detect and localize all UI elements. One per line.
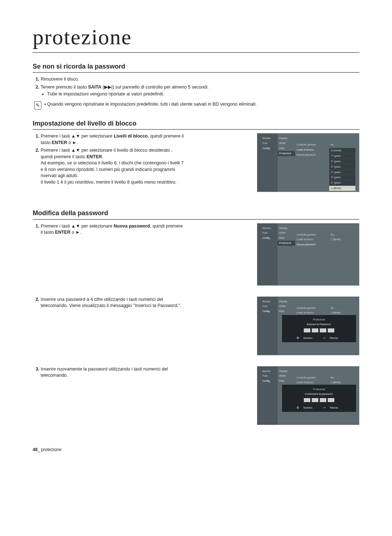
forgot-step-1: Rimuovere il disco. bbox=[41, 76, 359, 83]
screenshot-new-password: Musica Foto Config. Display HDMI Rete Pr… bbox=[257, 223, 359, 286]
screenshot-confirm-password: Musica Foto Config. Display HDMI Rete Co… bbox=[257, 366, 359, 425]
lock-step-1: Premere i tasti ▲▼ per selezionare Livel… bbox=[41, 133, 185, 146]
screenshot-lock-level: Musica Foto Config. Display HDMI Rete Pr… bbox=[257, 133, 359, 192]
pwd-step-1: Premere i tasti ▲▼ per selezionare Nuova… bbox=[41, 223, 185, 236]
forgot-step-2: Tenere premuto il tasto SAITA (▶▶|) sul … bbox=[41, 84, 359, 98]
heading-change-password: Modifica della password bbox=[33, 209, 359, 219]
pwd-step-3: Inserire nuovamente la password utilizza… bbox=[41, 366, 185, 379]
lock-level-dropdown: 8 (Adulti) 7° grado 6° grado 5° grado 4°… bbox=[329, 148, 355, 191]
forgot-step-2-bullet: Tutte le impostazioni vengono riportate … bbox=[47, 91, 359, 98]
note-icon: ✎ bbox=[34, 101, 41, 110]
note-row: ✎ ▪ Quando vengono ripristinate le impos… bbox=[34, 101, 359, 110]
screenshot-enter-password: Musica Foto Config. Display HDMI Rete Co… bbox=[257, 296, 359, 355]
heading-lock-level: Impostazione del livello di blocco bbox=[33, 119, 359, 130]
password-dialog-confirm: Protezione Confermare la password. ⦿ Num… bbox=[282, 385, 356, 412]
forgot-steps: Rimuovere il disco. Tenere premuto il ta… bbox=[33, 76, 359, 98]
password-dialog-enter: Protezione Inserisci la Password. ⦿ Nume… bbox=[282, 315, 356, 342]
heading-forgot-password: Se non si ricorda la password bbox=[33, 62, 359, 73]
pwd-step-2: Inserire una password a 4 cifre utilizza… bbox=[41, 296, 185, 309]
page-footer: 48_ protezione bbox=[33, 447, 359, 453]
note-text: Quando vengono ripristinate le impostazi… bbox=[47, 102, 257, 107]
lock-step-2: Premere i tasti ▲▼ per selezionare il li… bbox=[41, 147, 185, 185]
page-title: protezione bbox=[33, 22, 359, 53]
